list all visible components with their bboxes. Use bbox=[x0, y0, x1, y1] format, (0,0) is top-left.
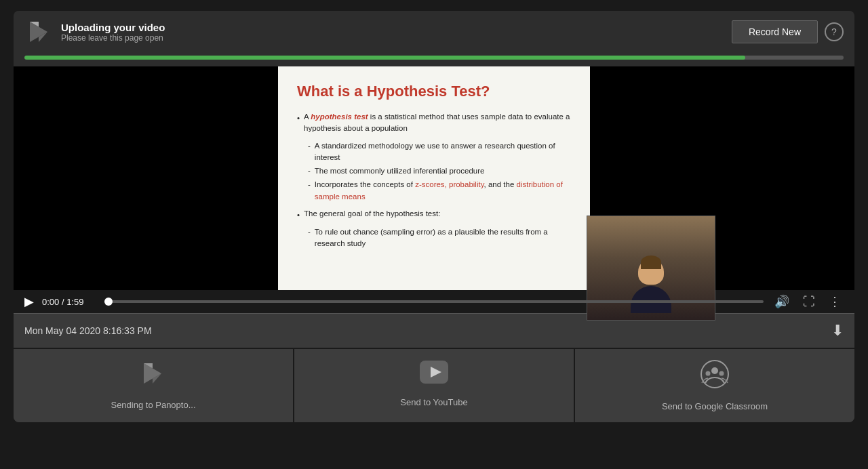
sub-dot-2: - bbox=[308, 165, 311, 177]
header-text: Uploading your video Please leave this p… bbox=[61, 22, 165, 43]
main-bullet-1: • A hypothesis test is a statistical met… bbox=[297, 111, 571, 135]
slide-body: • A hypothesis test is a statistical met… bbox=[297, 111, 571, 250]
slide-content: What is a Hypothesis Test? • A hypothesi… bbox=[278, 66, 590, 290]
panopto-button[interactable]: Sending to Panopto... bbox=[14, 349, 294, 422]
panopto-share-icon bbox=[140, 360, 167, 393]
upload-subtitle: Please leave this page open bbox=[61, 33, 165, 43]
download-button[interactable]: ⬇ bbox=[831, 322, 844, 340]
z-scores-link: z-scores, probability bbox=[415, 180, 484, 188]
google-classroom-button[interactable]: Send to Google Classroom bbox=[575, 349, 854, 422]
video-controls: ▶ 0:00 / 1:59 🔊 ⛶ ⋮ bbox=[14, 290, 854, 313]
google-classroom-icon bbox=[701, 360, 729, 394]
person-head bbox=[638, 259, 664, 285]
sub-item-3: - Incorporates the concepts of z-scores,… bbox=[308, 179, 571, 203]
youtube-label: Send to YouTube bbox=[400, 397, 467, 407]
fullscreen-icon: ⛶ bbox=[803, 295, 815, 308]
play-icon: ▶ bbox=[24, 295, 34, 308]
svg-point-11 bbox=[719, 371, 724, 376]
header-right: Record New ? bbox=[732, 20, 844, 43]
svg-point-9 bbox=[711, 367, 718, 374]
more-options-button[interactable]: ⋮ bbox=[826, 294, 844, 309]
google-classroom-label: Send to Google Classroom bbox=[662, 401, 768, 411]
sub-text-1: A standardized methodology we use to ans… bbox=[315, 140, 571, 164]
sub-list-1: - A standardized methodology we use to a… bbox=[308, 140, 571, 203]
sub-dot-1: - bbox=[308, 140, 311, 164]
sub-item-2: - The most commonly utilized inferential… bbox=[308, 165, 571, 177]
volume-icon: 🔊 bbox=[774, 295, 789, 308]
timestamp-text: Mon May 04 2020 8:16:33 PM bbox=[24, 325, 152, 336]
sub-text-2: The most commonly utilized inferential p… bbox=[315, 165, 485, 177]
youtube-svg bbox=[419, 360, 449, 384]
google-classroom-svg bbox=[701, 360, 729, 388]
play-button[interactable]: ▶ bbox=[24, 294, 34, 309]
progress-fill bbox=[24, 56, 745, 60]
slide-title: What is a Hypothesis Test? bbox=[297, 83, 571, 100]
bullet-dot-1: • bbox=[297, 113, 300, 135]
person-silhouette bbox=[631, 259, 671, 313]
webcam-overlay bbox=[587, 216, 715, 321]
progress-track bbox=[24, 56, 844, 60]
time-display: 0:00 / 1:59 bbox=[42, 297, 96, 307]
panopto-svg bbox=[140, 360, 167, 387]
youtube-icon bbox=[419, 360, 449, 390]
sub-dot-3: - bbox=[308, 179, 311, 203]
svg-point-10 bbox=[706, 371, 711, 376]
bullet-dot-2: • bbox=[297, 209, 300, 221]
header-left: Uploading your video Please leave this p… bbox=[24, 18, 165, 46]
more-options-icon: ⋮ bbox=[829, 295, 841, 308]
fullscreen-button[interactable]: ⛶ bbox=[800, 295, 818, 309]
help-button[interactable]: ? bbox=[825, 22, 844, 41]
sub-dot-4: - bbox=[308, 226, 311, 250]
progress-bar-container bbox=[14, 53, 854, 66]
person-hair bbox=[641, 256, 661, 269]
scrubber-dot bbox=[104, 298, 113, 306]
sub-item-1: - A standardized methodology we use to a… bbox=[308, 140, 571, 164]
share-row: Sending to Panopto... Send to YouTube bbox=[14, 348, 854, 422]
help-icon: ? bbox=[831, 26, 837, 37]
video-scrubber[interactable] bbox=[104, 300, 764, 303]
sub-text-4: To rule out chance (sampling error) as a… bbox=[315, 226, 571, 250]
upload-title: Uploading your video bbox=[61, 22, 165, 33]
person-body bbox=[631, 286, 671, 313]
header: Uploading your video Please leave this p… bbox=[14, 11, 854, 53]
sub-list-2: - To rule out chance (sampling error) as… bbox=[308, 226, 571, 250]
video-area: What is a Hypothesis Test? • A hypothesi… bbox=[14, 66, 854, 290]
panopto-label: Sending to Panopto... bbox=[111, 400, 195, 410]
sub-item-4: - To rule out chance (sampling error) as… bbox=[308, 226, 571, 250]
panopto-logo bbox=[24, 18, 53, 46]
download-icon: ⬇ bbox=[831, 322, 844, 339]
main-bullet-2: • The general goal of the hypothesis tes… bbox=[297, 208, 571, 221]
webcam-person bbox=[587, 216, 715, 320]
volume-button[interactable]: 🔊 bbox=[772, 294, 792, 309]
record-new-button[interactable]: Record New bbox=[732, 20, 818, 43]
info-bar: Mon May 04 2020 8:16:33 PM ⬇ bbox=[14, 313, 854, 348]
bullet-1-text: A hypothesis test is a statistical metho… bbox=[304, 111, 571, 135]
bullet-2-text: The general goal of the hypothesis test: bbox=[304, 208, 440, 221]
sub-text-3: Incorporates the concepts of z-scores, p… bbox=[315, 179, 571, 203]
italic-term: hypothesis test bbox=[311, 113, 368, 121]
youtube-button[interactable]: Send to YouTube bbox=[294, 349, 575, 422]
